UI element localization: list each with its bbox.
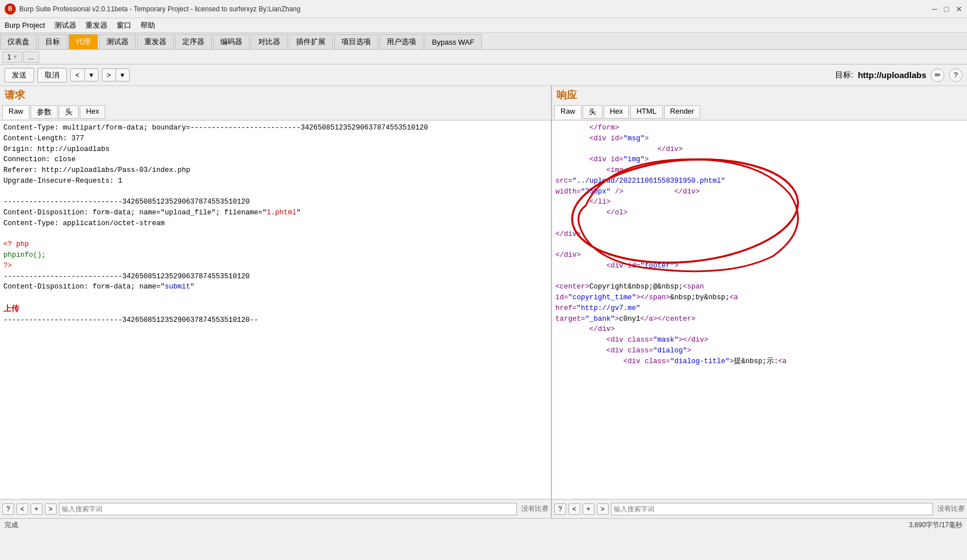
req-line-6: Upgrade-Insecure-Requests: 1: [3, 176, 547, 187]
response-label: 响应: [552, 86, 967, 104]
left-panel: 请求 Raw 参数 头 Hex Content-Type: multipart/…: [0, 86, 552, 499]
menu-help[interactable]: 帮助: [140, 20, 155, 31]
menu-tester[interactable]: 测试器: [54, 20, 76, 31]
back-button[interactable]: <: [71, 69, 85, 81]
session-1-close[interactable]: ×: [14, 54, 17, 60]
tab-decoder[interactable]: 编码器: [213, 34, 250, 49]
tab-session-1[interactable]: 1 ×: [2, 51, 22, 63]
req-line-blank3: [3, 292, 547, 303]
status-text: 完成: [5, 520, 18, 530]
response-body[interactable]: </form> <div id="msg"> </div> <div id="i…: [552, 120, 967, 499]
target-help-button[interactable]: ?: [949, 68, 962, 82]
request-tab-raw[interactable]: Raw: [2, 105, 29, 119]
resp-line-1: </form>: [555, 123, 964, 133]
send-button[interactable]: 发送: [5, 68, 34, 83]
resp-line-16: target="_bank">c0ny1</a></center>: [555, 314, 964, 325]
tab-target[interactable]: 目标: [38, 34, 67, 49]
minimize-button[interactable]: ─: [932, 5, 938, 14]
resp-line-2: <div id="msg">: [555, 133, 964, 144]
req-line-4: Connection: close: [3, 154, 547, 165]
title-bar: B Burp Suite Professional v2.0.11beta - …: [0, 0, 967, 18]
response-tab-render[interactable]: Render: [664, 105, 701, 119]
tab-sequencer[interactable]: 定序器: [175, 34, 212, 49]
resp-line-6: src="../upload/202211061558391950.phtml": [555, 176, 964, 187]
resp-line-8: </li>: [555, 197, 964, 208]
tab-project-options[interactable]: 项目选项: [334, 34, 378, 49]
back-dropdown[interactable]: ▾: [85, 69, 98, 81]
response-subtabs: Raw 头 Hex HTML Render: [552, 104, 967, 120]
edit-target-button[interactable]: ✏: [931, 68, 944, 82]
right-prev-btn[interactable]: <: [568, 503, 580, 515]
left-add-btn[interactable]: +: [31, 503, 42, 515]
menu-window[interactable]: 窗口: [117, 20, 131, 31]
right-help-btn[interactable]: ?: [554, 503, 566, 515]
cancel-button[interactable]: 取消: [37, 68, 67, 83]
tab-user-options[interactable]: 用户选项: [379, 34, 423, 49]
right-add-btn[interactable]: +: [583, 503, 594, 515]
req-line-php3: ?>: [3, 261, 547, 272]
req-line-disposition2: Content-Disposition: form-data; name="su…: [3, 282, 547, 292]
tab-intruder[interactable]: 测试器: [99, 34, 136, 49]
right-next-btn[interactable]: >: [597, 503, 609, 515]
resp-line-5: <img: [555, 165, 964, 176]
close-button[interactable]: ✕: [956, 5, 962, 14]
resp-line-15: href="http://gv7.me": [555, 303, 964, 314]
req-line-boundary-end: ----------------------------342650851235…: [3, 315, 547, 326]
tab-more[interactable]: ...: [23, 51, 39, 63]
req-line-5: Referer: http://uploadlabs/Pass-03/index…: [3, 165, 547, 176]
tab-proxy[interactable]: 代理: [69, 34, 98, 49]
resp-line-11: </div>: [555, 250, 964, 261]
left-next-btn[interactable]: >: [45, 503, 57, 515]
request-subtabs: Raw 参数 头 Hex: [0, 104, 551, 120]
back-nav-group: < ▾: [70, 68, 99, 81]
left-prev-btn[interactable]: <: [16, 503, 28, 515]
req-line-3: Origin: http://uploadlabs: [3, 144, 547, 155]
main-tabs: 仪表盘 目标 代理 测试器 重发器 定序器 编码器 对比器 插件扩展 项目选项 …: [0, 33, 967, 50]
req-line-upload-label: 上传: [3, 303, 547, 315]
left-search-input[interactable]: [59, 503, 517, 515]
bottom-bars: ? < + > 没有比赛 ? < + > 没有比赛: [0, 499, 967, 518]
response-tab-hex[interactable]: Hex: [604, 105, 629, 119]
toolbar: 发送 取消 < ▾ > ▾ 目标: http://uploadlabs ✏ ?: [0, 64, 967, 86]
resp-line-12: <div id="footer">: [555, 261, 964, 272]
request-tab-headers[interactable]: 头: [59, 105, 79, 119]
target-url: http://uploadlabs: [858, 70, 926, 80]
menu-bar: Burp Project 测试器 重发器 窗口 帮助: [0, 18, 967, 33]
right-search-input[interactable]: [611, 503, 933, 515]
window-controls: ─ □ ✕: [932, 5, 962, 14]
response-tab-html[interactable]: HTML: [630, 105, 662, 119]
tab-dashboard[interactable]: 仪表盘: [0, 34, 37, 49]
left-help-btn[interactable]: ?: [2, 503, 14, 515]
req-line-boundary1: ----------------------------342650851235…: [3, 197, 547, 208]
sub-tabs-row: 1 × ...: [0, 50, 967, 64]
req-line-blank1: [3, 187, 547, 197]
resp-line-7: width="250px" /> </div>: [555, 187, 964, 197]
menu-repeater[interactable]: 重发器: [85, 20, 108, 31]
more-label: ...: [28, 53, 34, 61]
tab-extensions[interactable]: 插件扩展: [289, 34, 333, 49]
req-line-disposition1: Content-Disposition: form-data; name="up…: [3, 208, 547, 218]
tab-comparer[interactable]: 对比器: [251, 34, 288, 49]
resp-line-9: </ol>: [555, 208, 964, 218]
tab-repeater[interactable]: 重发器: [137, 34, 174, 49]
request-body[interactable]: Content-Type: multipart/form-data; bound…: [0, 120, 551, 499]
req-line-2: Content-Length: 377: [3, 133, 547, 144]
resp-line-14: id="copyright_time"></span>&nbsp;by&nbsp…: [555, 292, 964, 303]
right-panel: 响应 Raw 头 Hex HTML Render </form> <div id…: [552, 86, 967, 499]
target-section: 目标: http://uploadlabs ✏ ?: [835, 68, 962, 82]
forward-button[interactable]: >: [102, 69, 117, 81]
right-no-match: 没有比赛: [938, 504, 965, 514]
maximize-button[interactable]: □: [944, 5, 949, 14]
req-line-php2: phpinfo();: [3, 250, 547, 261]
main-content: 请求 Raw 参数 头 Hex Content-Type: multipart/…: [0, 86, 967, 499]
response-tab-headers[interactable]: 头: [583, 105, 602, 119]
left-search-bar: ? < + > 没有比赛: [0, 499, 552, 518]
request-tab-hex[interactable]: Hex: [80, 105, 105, 119]
target-label-text: 目标:: [835, 70, 853, 80]
response-tab-raw[interactable]: Raw: [554, 105, 581, 119]
tab-bypass-waf[interactable]: Bypass WAF: [425, 34, 482, 49]
request-tab-params[interactable]: 参数: [31, 105, 58, 119]
menu-burp-project[interactable]: Burp Project: [5, 21, 45, 29]
forward-dropdown[interactable]: ▾: [116, 69, 129, 81]
title-bar-left: B Burp Suite Professional v2.0.11beta - …: [5, 3, 301, 15]
